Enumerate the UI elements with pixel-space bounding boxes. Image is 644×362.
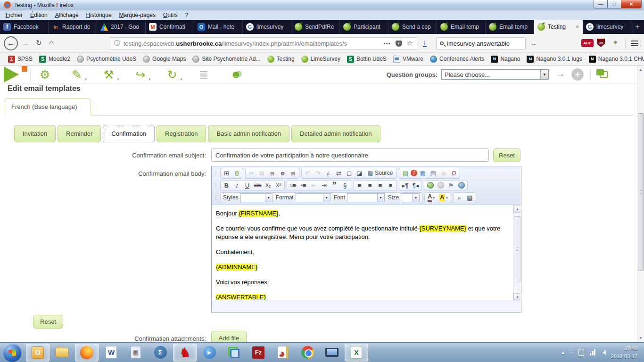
bookmark-item[interactable]: Psychométrie UdeS [74, 55, 140, 64]
strikethrough-icon[interactable]: abc [253, 181, 263, 190]
browser-tab[interactable]: Facebook [0, 20, 49, 34]
reload-button[interactable]: ↻ [36, 39, 42, 47]
close-button[interactable]: × [621, 0, 642, 8]
taskbar-explorer[interactable] [50, 344, 74, 362]
tools-icon[interactable]: ⚒▾ [103, 69, 118, 81]
paste-icon[interactable]: ⧈ [267, 169, 277, 178]
browser-tab[interactable]: Email temp [486, 20, 534, 34]
subject-reset-button[interactable]: Reset [493, 148, 520, 162]
increase-indent-icon[interactable]: ⇥ [319, 181, 329, 190]
dropdown-arrow-icon[interactable]: ▼ [412, 194, 419, 202]
maximize-icon[interactable]: ⊞ [222, 169, 231, 178]
format-select[interactable]: ▼ [296, 193, 330, 202]
table-icon[interactable]: ▦ [418, 169, 428, 178]
dropdown-arrow-icon[interactable]: ▼ [377, 194, 384, 202]
about-editor-icon[interactable]: ▤ [465, 193, 475, 202]
underline-icon[interactable]: U [242, 181, 252, 190]
email-tab-detailed-admin-notification[interactable]: Detailed admin notification [291, 125, 380, 142]
browser-tab[interactable]: Mail - hete [194, 20, 243, 34]
align-right-icon[interactable]: ≡ [375, 181, 385, 190]
browser-tab[interactable]: SendPdfRe [291, 20, 340, 34]
menu-item[interactable]: Fichier [2, 11, 26, 19]
spell-check-icon[interactable]: ⌕ [454, 193, 464, 202]
pocket-icon[interactable] [396, 41, 402, 47]
select-all-icon[interactable]: ◻ [344, 169, 354, 178]
email-tab-registration[interactable]: Registration [157, 125, 206, 142]
bookmark-item[interactable]: Moodle2 [36, 55, 74, 64]
replace-icon[interactable]: ⇄ [334, 169, 344, 178]
bookmark-item[interactable]: Nagano 3.0.1 iugs [523, 55, 585, 64]
menu-item[interactable]: Outils [159, 11, 182, 19]
bookmark-item[interactable]: Conference Alerts [427, 55, 487, 64]
question-groups-select[interactable]: Please choose... ▼ [441, 69, 549, 80]
undo-icon[interactable]: ↶ [303, 169, 313, 178]
taskbar-spss[interactable]: Σ [149, 344, 172, 362]
email-tab-reminder[interactable]: Reminder [58, 125, 101, 142]
blockquote-icon[interactable]: ❞ [330, 181, 339, 190]
export-icon[interactable]: ↪▾ [136, 69, 150, 81]
align-center-icon[interactable]: ≡ [365, 181, 375, 190]
dropdown-arrow-icon[interactable]: ▼ [540, 70, 548, 79]
insert-link-icon[interactable] [425, 181, 435, 190]
redo-icon[interactable]: ↷ [313, 169, 323, 178]
participants-icon[interactable]: ☻ [231, 69, 246, 80]
bookmark-item[interactable]: Testing [264, 55, 298, 64]
taskbar-report[interactable] [271, 344, 295, 362]
sidebar-pin-icon[interactable]: ⌖ [613, 38, 618, 47]
go-arrow-icon[interactable]: → [555, 68, 565, 79]
browser-tab[interactable]: Confirmati [146, 20, 194, 34]
hidden-icons-chevron[interactable]: ▴ [561, 349, 564, 355]
adblock-plus-icon[interactable]: ABP [581, 39, 594, 47]
browser-tab[interactable]: Send a cop [388, 20, 437, 34]
decrease-indent-icon[interactable]: ⇤ [309, 181, 319, 190]
structure-icon[interactable]: ≣ [199, 69, 213, 81]
bookmark-item[interactable]: Google Maps [140, 55, 189, 64]
hamburger-menu-icon[interactable] [631, 41, 638, 46]
bookmark-item[interactable]: Bottin UdeS [344, 55, 390, 64]
lime-replacement-fields-icon[interactable]: {} [232, 169, 242, 178]
new-tab-button[interactable]: + [631, 20, 644, 34]
scrollbar-thumb[interactable] [514, 216, 520, 282]
taskbar-vmware[interactable] [320, 344, 344, 362]
taskbar-filezilla[interactable]: Fz [247, 344, 270, 362]
home-button[interactable]: ⌂ [49, 38, 54, 48]
language-globe-icon[interactable] [456, 181, 466, 190]
body-reset-button[interactable]: Reset [33, 315, 63, 329]
maximize-button[interactable]: □ [607, 0, 621, 8]
cut-icon[interactable]: ✂ [247, 169, 256, 178]
browser-tab[interactable]: Testing× [534, 20, 583, 34]
network-signal-icon[interactable] [589, 349, 595, 355]
bullet-list-icon[interactable]: ≡ [298, 181, 308, 190]
size-select[interactable]: ▼ [401, 193, 420, 202]
subject-input[interactable] [211, 148, 489, 162]
anchor-icon[interactable]: ⚑ [446, 181, 456, 190]
bookmark-star-icon[interactable]: ☆ [407, 39, 413, 48]
url-bar[interactable]: ⓘ testing.espaceweb.usherbrooke.ca/limes… [110, 37, 417, 49]
bookmark-item[interactable]: Nagano [487, 55, 523, 64]
add-group-button[interactable]: + [571, 68, 584, 81]
taskbar-word[interactable]: W [99, 344, 123, 362]
text-direction-rtl-icon[interactable]: ¶◂ [411, 181, 421, 190]
browser-tab[interactable]: limesurvey [243, 20, 291, 34]
align-justify-icon[interactable]: ≡ [386, 181, 396, 190]
site-info-icon[interactable]: ⓘ [114, 39, 120, 48]
text-color-button[interactable]: A▾ [426, 193, 437, 202]
horizontal-rule-icon[interactable]: ▤ [428, 169, 438, 178]
clock[interactable]: 17:42 2018-03-17 [611, 345, 637, 360]
email-tab-invitation[interactable]: Invitation [14, 125, 56, 142]
search-bar[interactable]: → [436, 37, 526, 49]
email-tab-basic-admin-notification[interactable]: Basic admin notification [208, 125, 289, 142]
start-button[interactable] [3, 343, 22, 362]
div-container-icon[interactable]: § [340, 181, 350, 190]
page-scrollbar[interactable]: ▲ ▼ [637, 66, 644, 342]
scroll-up-icon[interactable]: ▲ [637, 66, 644, 73]
dropdown-arrow-icon[interactable]: ▼ [265, 194, 272, 202]
unlink-icon[interactable] [436, 181, 446, 190]
browser-tab[interactable]: Participant [340, 20, 388, 34]
search-go-icon[interactable]: → [530, 40, 537, 47]
settings-icon[interactable]: ⚙ [40, 69, 54, 81]
bookmark-item[interactable]: SPSS [5, 55, 36, 64]
scrollbar-thumb[interactable] [638, 113, 644, 271]
background-color-button[interactable]: A▾ [437, 193, 450, 202]
editor-scrollbar[interactable]: ▲ ▼ [513, 205, 521, 301]
